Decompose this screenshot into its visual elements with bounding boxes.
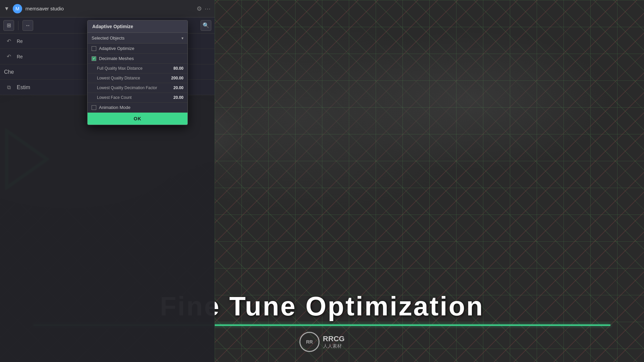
ok-button[interactable]: OK <box>88 113 187 125</box>
grid-icon: ⊞ <box>7 22 11 28</box>
collapse-icon[interactable]: ▼ <box>4 6 9 12</box>
settings-icon[interactable]: ⚙ <box>197 5 202 12</box>
full-quality-max-distance-value[interactable]: 80.00 <box>173 66 183 71</box>
swap-icon: ↔ <box>25 22 31 28</box>
lowest-quality-decimation-label: Lowest Quality Decimation Factor <box>97 85 173 90</box>
lowest-quality-distance-label: Lowest Quality Distance <box>97 76 171 80</box>
animation-mode-checkbox[interactable] <box>92 105 96 110</box>
layers-icon: ⧉ <box>4 83 13 92</box>
redo-icon: ↶ <box>4 52 13 61</box>
toolbar-divider <box>18 21 18 30</box>
animation-mode-label: Animation Mode <box>99 105 183 110</box>
animation-mode-row[interactable]: Animation Mode <box>88 103 187 113</box>
lowest-face-count-value[interactable]: 20.00 <box>173 95 183 100</box>
modal-title: Adaptive Optimize <box>88 20 187 33</box>
adaptive-optimize-checkbox[interactable] <box>92 46 96 51</box>
modal-box: Adaptive Optimize Selected Objects ▾ Ada… <box>87 20 188 125</box>
decimate-meshes-checkbox[interactable]: ✓ <box>92 56 96 61</box>
title-bar-actions: ⚙ ⋯ <box>197 5 211 12</box>
app-icon: M <box>13 4 22 13</box>
swap-button[interactable]: ↔ <box>22 20 33 31</box>
app-title: memsaver studio <box>25 6 193 11</box>
lowest-quality-distance-value[interactable]: 200.00 <box>171 76 183 80</box>
chevron-down-icon: ▾ <box>181 36 183 41</box>
lowest-quality-decimation-factor-row: Lowest Quality Decimation Factor 20.00 <box>88 83 187 93</box>
lowest-quality-decimation-value[interactable]: 20.00 <box>173 85 183 90</box>
decimate-meshes-label: Decimate Meshes <box>99 56 183 61</box>
more-icon[interactable]: ⋯ <box>205 5 211 12</box>
watermark: RR RRCG 人人素材 <box>300 332 345 352</box>
lowest-face-count-label: Lowest Face Count <box>97 95 173 100</box>
grid-view-button[interactable]: ⊞ <box>3 20 14 31</box>
lowest-face-count-row: Lowest Face Count 20.00 <box>88 93 187 103</box>
full-quality-max-distance-row: Full Quality Max Distance 80.00 <box>88 64 187 73</box>
decimate-meshes-row[interactable]: ✓ Decimate Meshes <box>88 54 187 64</box>
search-button[interactable]: 🔍 <box>201 20 211 31</box>
watermark-icon: RR <box>300 332 320 352</box>
watermark-sub: 人人素材 <box>323 343 345 349</box>
search-icon: 🔍 <box>203 22 209 28</box>
adaptive-optimize-row[interactable]: Adaptive Optimize <box>88 44 187 54</box>
undo-icon: ↶ <box>4 37 13 46</box>
full-quality-max-distance-label: Full Quality Max Distance <box>97 66 173 71</box>
scope-dropdown[interactable]: Selected Objects ▾ <box>88 33 187 44</box>
adaptive-optimize-label: Adaptive Optimize <box>99 46 183 51</box>
title-bar: ▼ M memsaver studio ⚙ ⋯ <box>0 0 215 17</box>
watermark-brand: RRCG <box>323 335 345 343</box>
adaptive-optimize-dialog: Adaptive Optimize Selected Objects ▾ Ada… <box>87 20 188 125</box>
lowest-quality-distance-row: Lowest Quality Distance 200.00 <box>88 73 187 83</box>
scope-dropdown-value: Selected Objects <box>92 36 124 41</box>
